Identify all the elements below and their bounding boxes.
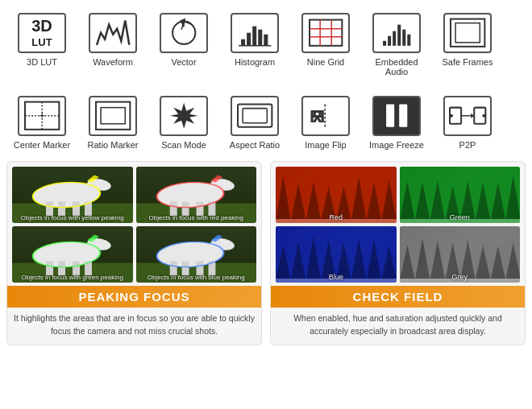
icon-label-scan-mode: Scan Mode xyxy=(161,140,206,150)
icon-item-aspect-ratio[interactable]: Aspect Ratio xyxy=(219,91,290,156)
icon-item-histogram[interactable]: Histogram xyxy=(219,8,290,83)
svg-point-41 xyxy=(450,114,453,118)
icon-box-aspect-ratio xyxy=(231,96,279,136)
icon-box-center-marker: + xyxy=(18,96,66,136)
image-flip-icon: R R xyxy=(305,99,346,132)
icon-box-image-flip: R R xyxy=(301,96,350,136)
svg-rect-5 xyxy=(247,33,251,46)
icon-item-ninegrid[interactable]: Nine Grid xyxy=(290,8,361,83)
icon-grid-row1: 3DLUT 3D LUT Waveform Vector xyxy=(0,0,532,83)
icon-item-vector[interactable]: Vector xyxy=(148,8,219,83)
vector-icon xyxy=(164,16,204,49)
svg-rect-7 xyxy=(258,30,262,46)
icon-item-center-marker[interactable]: + Center Marker xyxy=(6,91,77,156)
icon-box-ratio-marker xyxy=(89,96,137,136)
svg-rect-10 xyxy=(310,20,342,46)
svg-text:R: R xyxy=(312,106,325,126)
icon-box-safe-frames xyxy=(443,13,492,53)
icon-label-image-freeze: Image Freeze xyxy=(369,140,424,150)
icon-box-histogram xyxy=(231,13,279,53)
icon-label-image-flip: Image Flip xyxy=(305,140,346,150)
ratio-marker-icon xyxy=(93,99,133,132)
peaking-img-3: Objects in focus with green peaking xyxy=(12,226,133,283)
peaking-img-1: Objects in focus with yellow peaking xyxy=(12,167,133,223)
icon-item-image-freeze[interactable]: Image Freeze xyxy=(361,91,432,156)
checkfield-title: CHECK FIELD xyxy=(271,286,525,308)
icon-label-waveform: Waveform xyxy=(93,57,133,67)
safe-frames-icon xyxy=(447,16,488,49)
svg-rect-6 xyxy=(252,27,256,46)
icon-label-aspect-ratio: Aspect Ratio xyxy=(230,140,280,150)
svg-rect-15 xyxy=(383,41,386,46)
svg-rect-18 xyxy=(397,25,401,46)
icon-item-ratio-marker[interactable]: Ratio Marker xyxy=(77,91,148,156)
peaking-label-4: Objects in focus with blue peaking xyxy=(136,274,257,281)
icon-label-safe-frames: Safe Frames xyxy=(443,57,493,67)
icon-grid-row2: + Center Marker Ratio Marker Scan Mode xyxy=(0,83,532,156)
icon-box-3dlut: 3DLUT xyxy=(18,13,66,53)
svg-rect-31 xyxy=(243,109,267,123)
icon-label-ninegrid: Nine Grid xyxy=(307,57,344,67)
peaking-images: Objects in focus with yellow peaking Obj… xyxy=(7,162,261,286)
icon-item-scan-mode[interactable]: Scan Mode xyxy=(148,91,219,156)
cf-grey: Grey xyxy=(400,226,521,283)
svg-text:+: + xyxy=(39,111,44,120)
icon-item-image-flip[interactable]: R R Image Flip xyxy=(290,91,361,156)
scan-mode-icon xyxy=(164,99,204,132)
peaking-label-1: Objects in focus with yellow peaking xyxy=(12,214,133,221)
checkfield-desc: When enabled, hue and saturation adjuste… xyxy=(271,308,525,345)
cf-label-red: Red xyxy=(276,213,397,221)
icon-item-safe-frames[interactable]: Safe Frames xyxy=(432,8,503,83)
icon-label-3dlut: 3D LUT xyxy=(27,57,57,67)
icon-label-p2p: P2P xyxy=(459,140,476,150)
center-marker-icon: + xyxy=(22,99,62,132)
cf-red: Red xyxy=(276,167,397,223)
icon-item-3dlut[interactable]: 3DLUT 3D LUT xyxy=(6,8,77,83)
svg-rect-36 xyxy=(399,105,407,127)
icon-item-p2p[interactable]: P2P xyxy=(432,91,503,156)
icon-item-waveform[interactable]: Waveform xyxy=(77,8,148,83)
embedded-audio-icon xyxy=(376,16,417,49)
checkfield-images: Red Green Blue Grey xyxy=(271,162,525,286)
cf-green: Green xyxy=(400,167,521,223)
checkfield-panel: Red Green Blue Grey CHECK FIELD When ena… xyxy=(270,161,526,345)
svg-point-42 xyxy=(482,114,485,118)
icon-label-center-marker: Center Marker xyxy=(14,140,70,150)
icon-label-embedded-audio: Embedded Audio xyxy=(364,57,429,76)
peaking-img-4: Objects in focus with blue peaking xyxy=(136,226,257,283)
icon-box-ninegrid xyxy=(301,13,350,53)
panels-row: Objects in focus with yellow peaking Obj… xyxy=(0,156,532,345)
icon-box-image-freeze xyxy=(372,96,421,136)
icon-box-embedded-audio xyxy=(372,13,421,53)
icon-label-histogram: Histogram xyxy=(235,57,275,67)
icon-box-p2p xyxy=(443,96,492,136)
cf-label-green: Green xyxy=(400,213,521,221)
waveform-icon xyxy=(93,16,133,49)
peaking-panel: Objects in focus with yellow peaking Obj… xyxy=(6,161,262,345)
svg-rect-16 xyxy=(388,36,391,46)
cf-label-grey: Grey xyxy=(400,273,521,281)
peaking-label-3: Objects in focus with green peaking xyxy=(12,274,133,281)
p2p-icon xyxy=(447,99,488,132)
icon-label-vector: Vector xyxy=(171,57,196,67)
cf-label-blue: Blue xyxy=(276,273,397,281)
icon-item-embedded-audio[interactable]: Embedded Audio xyxy=(361,8,432,83)
svg-rect-22 xyxy=(455,23,480,43)
histogram-icon xyxy=(235,16,275,49)
svg-marker-29 xyxy=(170,103,197,129)
peaking-label-2: Objects in focus with red peaking xyxy=(136,214,257,221)
image-freeze-icon xyxy=(376,99,417,132)
icon-label-ratio-marker: Ratio Marker xyxy=(88,140,139,150)
icon-box-scan-mode xyxy=(160,96,208,136)
ninegrid-icon xyxy=(305,16,346,49)
svg-rect-17 xyxy=(393,31,396,46)
svg-rect-8 xyxy=(264,35,268,46)
svg-rect-35 xyxy=(386,105,394,127)
icon-box-waveform xyxy=(89,13,137,53)
cf-blue: Blue xyxy=(276,226,397,283)
svg-rect-4 xyxy=(241,39,245,46)
peaking-title: PEAKING FOCUS xyxy=(7,286,261,308)
aspect-ratio-icon xyxy=(235,99,275,132)
peaking-desc: It highlights the areas that are in focu… xyxy=(7,308,261,345)
svg-rect-19 xyxy=(402,30,405,46)
